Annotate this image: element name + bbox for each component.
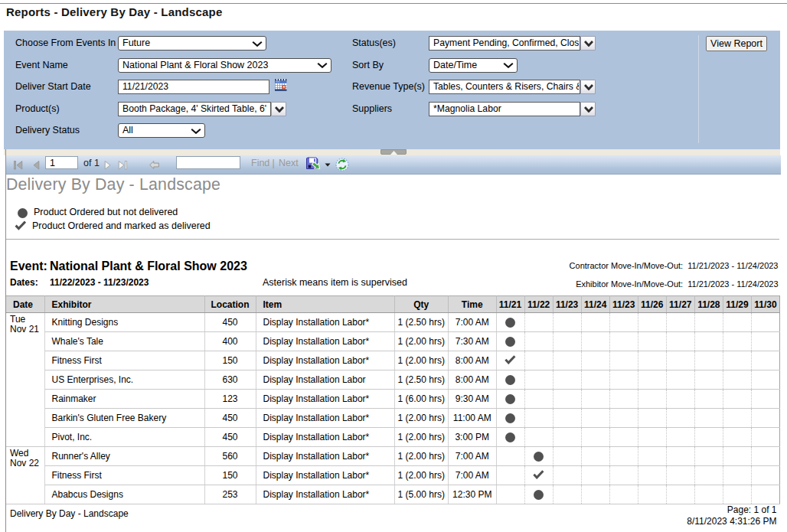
- cell-item: Display Installation Labor: [256, 370, 394, 390]
- cell-location: 150: [204, 351, 256, 370]
- chevron-down-icon: [584, 41, 593, 47]
- sort-by-label: Sort By: [352, 58, 384, 73]
- cell-day-4: [609, 447, 638, 466]
- revenue-types-dropdown-button[interactable]: [580, 80, 596, 94]
- find-link[interactable]: Find: [251, 158, 269, 168]
- deliver-start-date-input[interactable]: 11/21/2023: [118, 80, 269, 94]
- not-delivered-dot-icon: [534, 452, 544, 462]
- chevron-down-icon: [503, 63, 514, 68]
- cell-day-4: [609, 409, 638, 428]
- cell-day-9: [751, 370, 779, 390]
- cell-qty: 1 (2.00 hrs): [394, 409, 449, 428]
- collapse-parameters-button[interactable]: [380, 149, 407, 155]
- cell-location: 253: [204, 485, 256, 504]
- cell-exhibitor: Fitness First: [44, 466, 204, 485]
- page-number-input[interactable]: [45, 156, 78, 169]
- cell-time: 8:00 AM: [449, 351, 497, 370]
- cell-exhibitor: Whale's Tale: [44, 332, 204, 351]
- calendar-icon[interactable]: [275, 79, 287, 91]
- statuses-input[interactable]: Payment Pending, Confirmed, Closed: [429, 36, 580, 51]
- cell-day-2: [553, 485, 581, 504]
- suppliers-input[interactable]: *Magnolia Labor: [429, 102, 580, 116]
- cell-day-5: [638, 351, 666, 370]
- table-row: Ababcus Designs253Display Installation L…: [6, 485, 779, 504]
- cell-day-6: [666, 313, 694, 332]
- cell-day-2: [553, 428, 581, 447]
- table-header-row: DateExhibitorLocationItemQtyTime11/2111/…: [6, 296, 779, 313]
- delivered-check-icon: [505, 355, 516, 364]
- products-label: Product(s): [15, 102, 60, 116]
- cell-item: Display Installation Labor*: [256, 485, 394, 504]
- cell-day-3: [581, 485, 609, 504]
- cell-day-4: [609, 390, 638, 409]
- cell-day-8: [723, 332, 751, 351]
- delivery-status-select[interactable]: All: [118, 123, 205, 138]
- cell-day-1: [524, 390, 553, 409]
- cell-day-6: [666, 370, 694, 390]
- cell-exhibitor: Ababcus Designs: [44, 485, 204, 504]
- cell-day-9: [751, 313, 779, 332]
- deliver-start-date-value: 11/21/2023: [122, 80, 268, 94]
- cell-qty: 1 (2.50 hrs): [394, 370, 449, 390]
- export-icon[interactable]: [305, 157, 323, 172]
- search-input[interactable]: [176, 156, 240, 169]
- legend-check-icon: [15, 220, 27, 230]
- products-dropdown-button[interactable]: [271, 102, 286, 116]
- cell-day-9: [751, 390, 779, 409]
- cell-day-3: [581, 332, 609, 351]
- refresh-icon[interactable]: [335, 158, 349, 171]
- cell-item: Display Installation Labor*: [256, 390, 394, 409]
- cell-day-0: [496, 466, 524, 485]
- legend-dot-icon: [18, 208, 28, 218]
- cell-time: 11:00 AM: [449, 409, 497, 428]
- cell-day-4: [609, 332, 638, 351]
- next-page-icon[interactable]: [104, 161, 111, 170]
- cell-day-7: [694, 447, 723, 466]
- cell-time: 7:00 AM: [449, 447, 497, 466]
- first-page-icon[interactable]: [14, 161, 23, 170]
- revenue-types-label: Revenue Type(s): [352, 80, 425, 94]
- cell-day-4: [609, 428, 638, 447]
- cell-day-7: [694, 409, 723, 428]
- back-to-parent-icon[interactable]: [149, 161, 159, 169]
- cell-day-9: [751, 428, 779, 447]
- footer-page-number: Page: 1 of 1: [727, 504, 777, 515]
- chevron-down-icon: [584, 84, 593, 90]
- cell-day-5: [638, 466, 666, 485]
- cell-day-6: [666, 409, 694, 428]
- cell-day-7: [694, 428, 723, 447]
- last-page-icon[interactable]: [118, 161, 127, 170]
- not-delivered-dot-icon: [505, 432, 516, 443]
- cell-location: 560: [204, 447, 256, 466]
- view-report-button[interactable]: View Report: [706, 36, 767, 51]
- revenue-types-input[interactable]: Tables, Counters & Risers, Chairs &: [429, 80, 580, 94]
- chevron-down-icon: [275, 106, 284, 113]
- suppliers-value: *Magnolia Labor: [433, 103, 579, 116]
- previous-page-icon[interactable]: [33, 161, 40, 170]
- products-input[interactable]: Booth Package, 4' Skirted Table, 6' S: [118, 102, 271, 116]
- footer-timestamp: 8/11/2023 4:31:26 PM: [687, 516, 776, 527]
- cell-day-5: [638, 390, 666, 409]
- dates-value: 11/22/2023 - 11/23/2023: [50, 277, 149, 288]
- choose-from-events-value: Future: [122, 37, 252, 51]
- table-row: Rainmaker123Display Installation Labor*1…: [6, 390, 779, 409]
- cell-day-5: [638, 313, 666, 332]
- statuses-dropdown-button[interactable]: [580, 36, 596, 51]
- cell-day-1: [524, 428, 553, 447]
- chevron-down-icon: [317, 63, 328, 68]
- next-link[interactable]: Next: [279, 158, 299, 168]
- report-title: Delivery By Day - Landscape: [6, 175, 220, 194]
- export-dropdown-icon[interactable]: [325, 163, 331, 167]
- cell-day-6: [666, 466, 694, 485]
- cell-location: 450: [204, 313, 256, 332]
- choose-from-events-select[interactable]: Future: [118, 36, 266, 51]
- sort-by-select[interactable]: Date/Time: [429, 58, 518, 73]
- cell-day-4: [609, 351, 638, 370]
- column-header-day-6: 11/27: [666, 296, 694, 313]
- cell-location: 450: [204, 428, 256, 447]
- report-viewer-page: Reports - Delivery By Day - Landscape Ch…: [0, 0, 787, 532]
- table-row: Whale's Tale400Display Installation Labo…: [6, 332, 779, 351]
- suppliers-dropdown-button[interactable]: [580, 102, 596, 116]
- panel-divider: [698, 35, 699, 143]
- event-name-select[interactable]: National Plant & Floral Show 2023: [118, 58, 331, 73]
